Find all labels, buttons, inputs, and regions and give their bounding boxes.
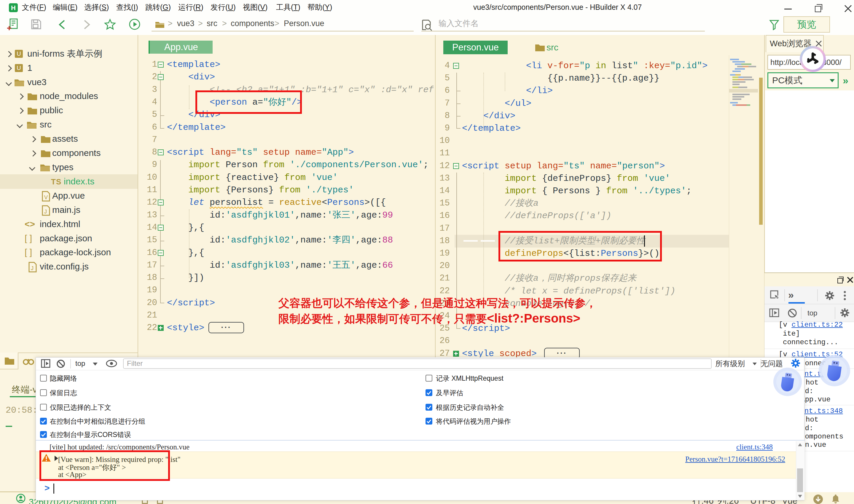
svg-text:J: J	[44, 209, 47, 215]
svg-text:J: J	[31, 265, 34, 271]
svg-text:V: V	[44, 195, 48, 200]
